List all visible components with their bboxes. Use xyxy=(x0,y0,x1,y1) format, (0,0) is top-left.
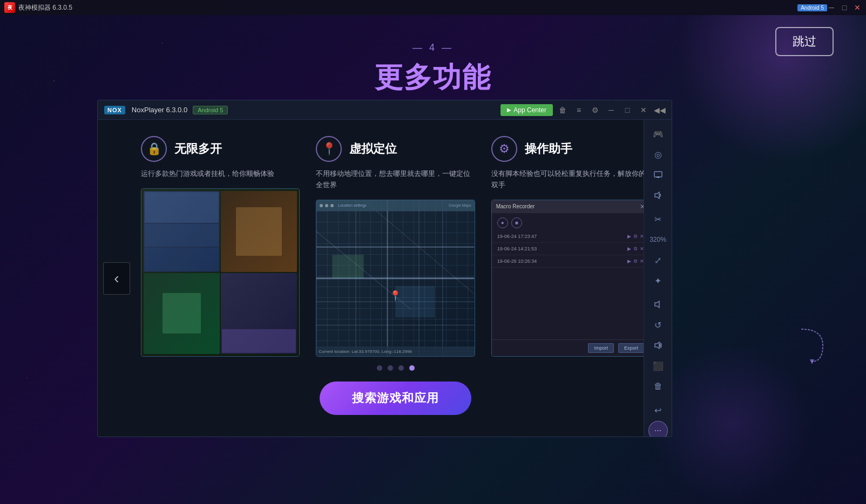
macro-screenshot: Macro Recorder ✕ ● ■ 19-06-24 17:23:47 xyxy=(492,200,650,356)
feature-title-3: 操作助手 xyxy=(525,141,572,157)
arrow-curve-svg xyxy=(796,324,828,367)
svg-marker-22 xyxy=(810,359,814,364)
sidebar-vol-up-icon[interactable] xyxy=(648,336,668,355)
map-bottom-bar: Current location: Lat:33.979700, Long:-1… xyxy=(316,346,474,356)
sidebar-back-icon[interactable]: ↩ xyxy=(648,400,668,420)
macro-record-btn[interactable]: ● xyxy=(497,217,508,228)
sidebar-sparkle-icon[interactable]: ✦ xyxy=(648,271,668,290)
map-top-bar: Location settings Google Maps xyxy=(316,200,474,211)
inner-settings-btn[interactable]: ⚙ xyxy=(590,105,600,115)
macro-settings-icon-2[interactable]: ⚙ xyxy=(633,246,638,251)
svg-marker-17 xyxy=(655,342,659,349)
sidebar-vol-down-icon[interactable] xyxy=(648,295,668,314)
sidebar-volume-icon[interactable] xyxy=(648,186,668,205)
inner-ctrl-icons: 🗑 ≡ ⚙ ─ □ ✕ ◀◀ xyxy=(557,105,665,115)
features-area: ‹ 🔒 无限多开 运行多款热门游戏或者挂机，给你顺畅体验 xyxy=(98,120,672,437)
inner-collapse-btn[interactable]: ◀◀ xyxy=(654,105,665,115)
macro-row-1-icons: ▶ ⚙ ✕ xyxy=(627,234,644,239)
feature-icon-3: ⚙ xyxy=(491,136,517,162)
outer-minimize-btn[interactable]: ─ xyxy=(827,3,836,12)
app-center-button[interactable]: ▶ App Center xyxy=(500,104,553,116)
feature-title-2: 虚拟定位 xyxy=(349,141,397,157)
sidebar-trash-icon[interactable]: 🗑 xyxy=(648,377,668,396)
inner-titlebar: NOX NoxPlayer 6.3.0.0 Android 5 ▶ App Ce… xyxy=(98,100,672,120)
multiinstance-screenshot xyxy=(141,189,299,356)
macro-title-text: Macro Recorder xyxy=(496,203,535,209)
sidebar-scissors-icon[interactable]: ✂ xyxy=(648,209,668,229)
sidebar-location-icon[interactable]: ◎ xyxy=(648,145,668,164)
game-cell-4 xyxy=(221,273,297,354)
inner-minimize-btn[interactable]: ─ xyxy=(606,105,617,115)
macro-stop-btn[interactable]: ■ xyxy=(511,217,522,228)
app-logo: 夜 xyxy=(4,2,15,13)
arrow-curve-decoration xyxy=(796,324,828,369)
feature-card-location: 📍 虚拟定位 不用移动地理位置，想去哪里就去哪里，一键定位全世界 xyxy=(316,136,475,357)
bg-glow-2 xyxy=(650,342,812,504)
outer-window: + + 夜 夜神模拟器 6.3.0.5 Android 5 ─ □ ✕ — 4 … xyxy=(0,0,866,504)
macro-settings-icon-1[interactable]: ⚙ xyxy=(633,234,638,239)
skip-button[interactable]: 跳过 xyxy=(775,27,834,56)
feature-card-macro: ⚙ 操作助手 没有脚本经验也可以轻松重复执行任务，解放你的双手 Macro Re… xyxy=(491,136,650,357)
step-title: 更多功能 xyxy=(0,59,866,97)
game-cell-1-inner xyxy=(144,191,220,272)
nav-prev-button[interactable]: ‹ xyxy=(103,262,130,295)
dot-2[interactable] xyxy=(388,365,393,371)
macro-row-2: 19-06-24 14:21:53 ▶ ⚙ ✕ xyxy=(492,243,650,255)
dot-3[interactable] xyxy=(398,365,404,371)
macro-play-icon-2[interactable]: ▶ xyxy=(627,246,631,251)
dots-indicator xyxy=(141,357,650,376)
inner-close-btn[interactable]: ✕ xyxy=(638,105,649,115)
macro-date-1: 19-06-24 17:23:47 xyxy=(497,234,623,239)
feature-image-2: Location settings Google Maps 📍 Current … xyxy=(316,200,475,357)
outer-maximize-btn[interactable]: □ xyxy=(840,3,849,12)
sidebar-gamepad-icon[interactable]: 🎮 xyxy=(648,124,668,144)
macro-row-2-icons: ▶ ⚙ ✕ xyxy=(627,246,644,251)
dot-4[interactable] xyxy=(409,365,415,371)
feature-header-2: 📍 虚拟定位 xyxy=(316,136,475,162)
macro-export-btn[interactable]: Export xyxy=(618,343,644,353)
macro-play-icon-3[interactable]: ▶ xyxy=(627,258,631,264)
outer-title-text: 夜神模拟器 6.3.0.5 xyxy=(18,3,793,12)
feature-image-3: Macro Recorder ✕ ● ■ 19-06-24 17:23:47 xyxy=(491,200,650,357)
game-cell-3 xyxy=(144,273,220,354)
macro-row-1: 19-06-24 17:23:47 ▶ ⚙ ✕ xyxy=(492,230,650,243)
inner-menu-btn[interactable]: ≡ xyxy=(573,105,584,115)
feature-desc-1: 运行多款热门游戏或者挂机，给你顺畅体验 xyxy=(141,168,300,180)
inner-content: ‹ 🔒 无限多开 运行多款热门游戏或者挂机，给你顺畅体验 xyxy=(98,120,672,437)
sidebar-percent-icon[interactable]: 320% xyxy=(648,230,668,249)
map-dot-2 xyxy=(325,204,328,207)
sidebar-resize-icon[interactable]: ⤢ xyxy=(648,250,668,270)
feature-card-multiinstance: 🔒 无限多开 运行多款热门游戏或者挂机，给你顺畅体验 xyxy=(141,136,300,357)
map-roads-svg xyxy=(316,200,474,356)
macro-play-icon-1[interactable]: ▶ xyxy=(627,234,631,239)
map-dot-3 xyxy=(330,204,334,207)
macro-import-btn[interactable]: Import xyxy=(588,343,614,353)
inner-trash-btn[interactable]: 🗑 xyxy=(557,105,568,115)
macro-rows: 19-06-24 17:23:47 ▶ ⚙ ✕ 19-06-24 1 xyxy=(492,230,650,339)
search-games-button[interactable]: 搜索游戏和应用 xyxy=(320,382,471,415)
inner-title-text: NoxPlayer 6.3.0.0 xyxy=(132,106,187,114)
outer-close-btn[interactable]: ✕ xyxy=(853,3,862,12)
features-grid: 🔒 无限多开 运行多款热门游戏或者挂机，给你顺畅体验 xyxy=(141,136,650,357)
volume-svg xyxy=(654,191,662,200)
macro-settings-icon-3[interactable]: ⚙ xyxy=(633,258,638,264)
inner-titlebar-right: ▶ App Center 🗑 ≡ ⚙ ─ □ ✕ ◀◀ xyxy=(500,104,665,116)
inner-maximize-btn[interactable]: □ xyxy=(622,105,633,115)
sidebar-window2-icon[interactable]: ⬛ xyxy=(648,356,668,376)
sidebar-rotate-icon[interactable]: ↺ xyxy=(648,315,668,335)
game-cell-2 xyxy=(221,191,297,272)
svg-rect-12 xyxy=(654,172,662,177)
dot-1[interactable] xyxy=(377,365,382,371)
map-pin: 📍 xyxy=(389,290,401,302)
sidebar-more-icon[interactable]: ··· xyxy=(648,421,668,437)
svg-marker-15 xyxy=(655,192,659,199)
outer-android-tag: Android 5 xyxy=(797,4,827,11)
feature-header-1: 🔒 无限多开 xyxy=(141,136,300,162)
map-dot-1 xyxy=(320,204,323,207)
outer-titlebar: 夜 夜神模拟器 6.3.0.5 Android 5 ─ □ ✕ xyxy=(0,0,866,15)
vol-up-svg xyxy=(654,341,662,350)
inner-window: NOX NoxPlayer 6.3.0.0 Android 5 ▶ App Ce… xyxy=(97,100,672,437)
sidebar-screen-icon[interactable] xyxy=(648,165,668,185)
game-cell-1 xyxy=(144,191,220,272)
map-bar-info: Google Maps xyxy=(449,203,471,207)
